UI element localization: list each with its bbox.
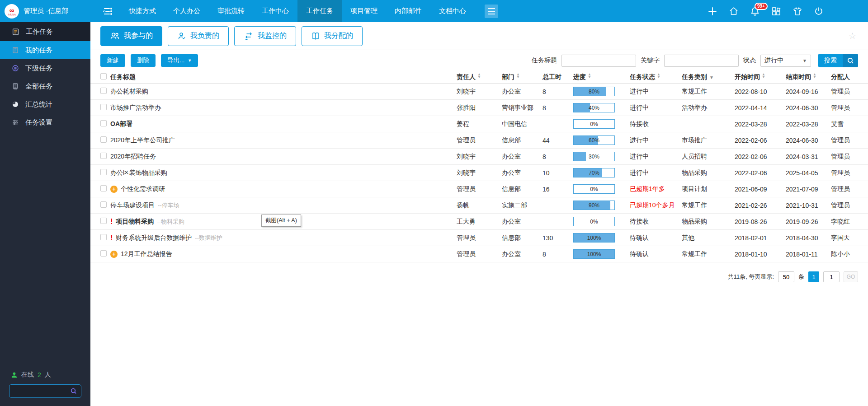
sort-icon[interactable]: ▲▼ <box>657 75 660 80</box>
row-checkbox[interactable] <box>100 185 107 191</box>
sidebar-item-label: 全部任务 <box>25 82 52 91</box>
table-row[interactable]: !项目物料采购--物料采购王大勇办公室0%待接收物品采购2019-08-2620… <box>90 214 868 230</box>
category-cell: 常规工作 <box>682 250 735 258</box>
row-checkbox[interactable] <box>100 136 107 143</box>
table-row[interactable]: OA部署姜程中国电信0%待接收2022-03-282022-03-28艾雪 <box>90 116 868 132</box>
table-row[interactable]: 停车场建设项目--停车场扬帆实施二部90%已超期10个多月常规工作2021-02… <box>90 197 868 214</box>
subtask-plus-icon[interactable]: + <box>110 186 118 193</box>
topnav-item[interactable]: 工作任务 <box>297 0 342 22</box>
row-checkbox[interactable] <box>100 104 107 110</box>
sidebar-item[interactable]: 任务设置 <box>0 113 90 131</box>
table-row[interactable]: 2020年招聘任务刘晓宇办公室830%进行中人员招聘2022-02-062024… <box>90 149 868 165</box>
view-tab[interactable]: 我监控的 <box>234 26 296 46</box>
subtask-plus-icon[interactable]: + <box>110 251 118 258</box>
page-1-button[interactable]: 1 <box>808 271 819 282</box>
view-tab-icon <box>110 32 120 41</box>
sidebar-item-label: 下级任务 <box>25 64 52 73</box>
theme-shirt-icon[interactable] <box>792 5 803 17</box>
export-button[interactable]: 导出...▼ <box>161 54 198 67</box>
sort-icon[interactable]: ▲▼ <box>477 75 481 80</box>
row-checkbox[interactable] <box>100 201 107 208</box>
start-date-cell: 2019-08-26 <box>735 218 786 225</box>
select-all-checkbox[interactable] <box>100 73 107 79</box>
topnav-item[interactable]: 内部邮件 <box>386 0 430 22</box>
row-checkbox[interactable] <box>100 218 107 224</box>
topnav-item[interactable]: 审批流转 <box>209 0 253 22</box>
table-row[interactable]: 2020年上半年公司推广管理员信息部4460%进行中市场推广2022-02-06… <box>90 132 868 149</box>
pagination: 共11条, 每页显示: 条 1 GO <box>90 262 868 282</box>
table-row[interactable]: +个性化需求调研管理员信息部160%已超期1年多项目计划2021-06-0920… <box>90 181 868 197</box>
more-menu-button[interactable] <box>485 5 498 18</box>
menu-collapse-icon[interactable] <box>90 0 120 22</box>
task-title-link[interactable]: OA部署 <box>110 120 132 128</box>
logout-power-icon[interactable] <box>813 5 825 17</box>
task-title-link[interactable]: 市场推广活动举办 <box>110 104 161 112</box>
task-title-link[interactable]: 办公耗材采购 <box>110 88 148 96</box>
topnav-item[interactable]: 个人办公 <box>165 0 209 22</box>
favorite-star-icon[interactable]: ☆ <box>849 31 856 41</box>
sort-icon[interactable]: ▲▼ <box>588 75 591 80</box>
task-title-link[interactable]: 财务系统升级后台数据维护 <box>116 234 192 242</box>
sort-icon[interactable]: ▲▼ <box>762 75 765 80</box>
view-tab[interactable]: 我分配的 <box>302 26 363 46</box>
new-button[interactable]: 新建 <box>100 54 125 67</box>
new-item-icon[interactable] <box>707 5 718 17</box>
column-header[interactable]: 部门▲▼ <box>502 73 542 81</box>
row-checkbox-cell <box>90 153 110 160</box>
table-row[interactable]: 办公区装饰物品采购刘晓宇办公室1070%进行中物品采购2022-02-06202… <box>90 165 868 181</box>
go-button[interactable]: GO <box>844 271 858 282</box>
row-checkbox[interactable] <box>100 169 107 175</box>
notifications-bell-icon[interactable]: 99+ <box>749 5 761 17</box>
column-header[interactable]: 责任人▲▼ <box>457 73 502 81</box>
row-checkbox[interactable] <box>100 250 107 257</box>
column-header[interactable]: 任务类别▼ <box>682 73 735 81</box>
view-tab[interactable]: 我参与的 <box>100 26 162 46</box>
column-header[interactable]: 进度▲▼ <box>573 73 630 81</box>
column-menu-icon[interactable]: ▼ <box>709 75 714 80</box>
sort-icon[interactable]: ▲▼ <box>813 75 816 80</box>
task-title-link[interactable]: 12月工作总结报告 <box>121 250 172 258</box>
topnav-item[interactable]: 快捷方式 <box>120 0 165 22</box>
hours-cell: 8 <box>542 88 573 95</box>
task-title-link[interactable]: 2020年上半年公司推广 <box>110 136 175 145</box>
sidebar-header-work-tasks[interactable]: 工作任务 <box>0 22 90 41</box>
topnav-item[interactable]: 工作中心 <box>253 0 297 22</box>
status-filter-select[interactable]: 进行中 ▼ <box>760 55 811 67</box>
home-icon[interactable] <box>728 5 740 17</box>
task-title-filter-input[interactable] <box>561 55 636 67</box>
topnav-item[interactable]: 项目管理 <box>342 0 386 22</box>
sidebar-item[interactable]: 下级任务 <box>0 59 90 77</box>
row-checkbox[interactable] <box>100 88 107 94</box>
delete-button[interactable]: 删除 <box>131 54 156 67</box>
view-tab[interactable]: 我负责的 <box>168 26 229 46</box>
row-checkbox[interactable] <box>100 234 107 240</box>
column-header[interactable]: 任务状态▲▼ <box>630 73 682 81</box>
task-title-link[interactable]: 个性化需求调研 <box>121 185 165 193</box>
row-checkbox[interactable] <box>100 153 107 159</box>
sidebar-item[interactable]: 全部任务 <box>0 77 90 95</box>
table-row[interactable]: 市场推广活动举办张胜阳营销事业部840%进行中活动举办2022-04-14202… <box>90 100 868 116</box>
goto-page-input[interactable] <box>823 271 840 282</box>
topnav-item[interactable]: 文档中心 <box>430 0 475 22</box>
task-title-link[interactable]: 办公区装饰物品采购 <box>110 169 167 177</box>
search-button[interactable]: 搜索 <box>818 54 843 67</box>
column-header[interactable]: 结束时间▲▼ <box>786 73 831 81</box>
page-size-input[interactable] <box>778 271 794 282</box>
sidebar-item[interactable]: 汇总统计 <box>0 95 90 113</box>
row-checkbox[interactable] <box>100 120 107 126</box>
sidebar-search-input[interactable] <box>13 388 70 395</box>
sidebar-search-icon[interactable] <box>70 387 77 395</box>
column-header[interactable]: 开始时间▲▼ <box>735 73 786 81</box>
search-icon-button[interactable] <box>843 54 858 67</box>
sidebar-item[interactable]: 我的任务 <box>0 41 90 59</box>
task-title-link[interactable]: 停车场建设项目 <box>110 201 155 210</box>
task-title-link[interactable]: 项目物料采购 <box>116 218 154 226</box>
task-title-link[interactable]: 2020年招聘任务 <box>110 153 156 161</box>
topbar-icons: 99+ <box>707 0 868 22</box>
table-row[interactable]: +12月工作总结报告管理员办公室8100%待确认常规工作2018-01-1020… <box>90 246 868 262</box>
table-row[interactable]: 办公耗材采购刘晓宇办公室880%进行中常规工作2022-08-102024-09… <box>90 84 868 100</box>
sort-icon[interactable]: ▲▼ <box>516 75 520 80</box>
apps-grid-icon[interactable] <box>770 5 782 17</box>
table-row[interactable]: !财务系统升级后台数据维护--数据维护管理员信息部130100%待确认其他201… <box>90 230 868 246</box>
keyword-filter-input[interactable] <box>664 55 739 67</box>
